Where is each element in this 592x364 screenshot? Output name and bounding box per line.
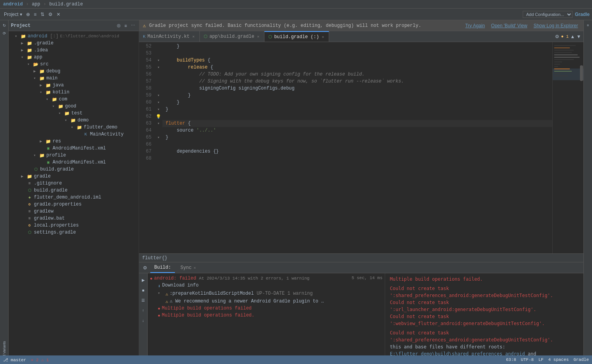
sidebar-title: Project bbox=[11, 23, 30, 28]
tab-build-gradle[interactable]: ⬡ build.gradle (:) ✕ bbox=[264, 31, 329, 42]
build-item-android-failed[interactable]: ● android: failed At 2024/3/13 14:35 wit… bbox=[148, 275, 385, 282]
tree-item-com[interactable]: ▾ 📁 com bbox=[9, 96, 139, 103]
toolbar-close-btn[interactable]: ✕ bbox=[55, 11, 62, 18]
tree-item-gradle-props[interactable]: ⚙ gradle.properties bbox=[9, 201, 139, 208]
tree-item-java[interactable]: ▶ 📁 java bbox=[9, 82, 139, 89]
buildgradle-app-label: build.gradle bbox=[40, 167, 74, 172]
error-count-badge: ● 1 bbox=[561, 34, 569, 39]
tree-item-flutter-demo[interactable]: ▾ 📁 flutter_demo bbox=[9, 124, 139, 131]
tree-item-gradlew[interactable]: ≡ gradlew bbox=[9, 208, 139, 215]
toolbar-locate-btn[interactable]: ⊕ bbox=[25, 11, 32, 18]
bottom-run-btn[interactable]: ▶ bbox=[140, 276, 147, 283]
fold-55[interactable]: ▾ bbox=[157, 65, 160, 70]
gradle-props-icon: ⚙ bbox=[26, 201, 33, 207]
close-editor-btn[interactable]: ▼ bbox=[576, 34, 581, 39]
fold-61[interactable]: ▾ bbox=[157, 107, 160, 112]
sidebar-locate-btn[interactable]: ◎ bbox=[116, 23, 122, 28]
fold-65[interactable]: ▾ bbox=[157, 135, 160, 140]
tree-item-dotgradle[interactable]: ▶ 📁 .gradle bbox=[9, 40, 139, 47]
build-left-panel[interactable]: ● android: failed At 2024/3/13 14:35 wit… bbox=[148, 273, 385, 355]
code-line-54: buildTypes { bbox=[162, 57, 552, 64]
tree-item-local-props[interactable]: ⚙ local.properties bbox=[9, 222, 139, 229]
bottom-up-btn[interactable]: ↑ bbox=[140, 307, 147, 314]
tree-item-gradle[interactable]: ▶ 📁 gradle bbox=[9, 173, 139, 180]
tree-item-iml[interactable]: ◈ flutter_demo_android.iml bbox=[9, 194, 139, 201]
bottom-tab-sync[interactable]: Sync ✕ bbox=[176, 262, 200, 273]
tree-container[interactable]: ▾ 📁 android [:] E:\flutter_demo\android … bbox=[9, 31, 139, 355]
tab-mainactivity-close[interactable]: ✕ bbox=[192, 34, 196, 39]
tree-item-kotlin[interactable]: ▾ 📁 kotlin bbox=[9, 89, 139, 96]
config-dropdown[interactable]: Add Configuration... bbox=[523, 11, 573, 18]
sync-btn[interactable]: ⟳ bbox=[1, 30, 8, 37]
tree-item-demo[interactable]: ▾ 📁 demo bbox=[9, 117, 139, 124]
tab-build-gradle-close[interactable]: ✕ bbox=[321, 35, 325, 39]
toolbar-collapse-btn[interactable]: ≡ bbox=[32, 11, 38, 18]
tree-item-androidmanifest-main[interactable]: ▣ AndroidManifest.xml bbox=[9, 145, 139, 152]
code-line-65: } bbox=[162, 134, 552, 141]
bulb-62[interactable]: 💡 bbox=[156, 114, 161, 119]
right-tool-btn[interactable]: ≡ bbox=[585, 22, 592, 29]
iml-icon: ◈ bbox=[26, 194, 33, 200]
tree-item-mainactivity[interactable]: K MainActivity bbox=[9, 131, 139, 138]
tree-item-profile[interactable]: ▾ 📁 profile bbox=[9, 152, 139, 159]
gradle-props-label: gradle.properties bbox=[34, 202, 81, 207]
fold-60[interactable]: ▾ bbox=[157, 100, 160, 105]
tree-item-res[interactable]: ▶ 📁 res bbox=[9, 138, 139, 145]
status-indent: 4 spaces bbox=[548, 357, 569, 362]
build-item-multi-fail-1[interactable]: ● Multiple build operations failed bbox=[148, 305, 385, 312]
show-log-btn[interactable]: Show Log in Explorer bbox=[532, 23, 580, 28]
try-again-btn[interactable]: Try Again bbox=[464, 23, 486, 28]
com-folder-icon: 📁 bbox=[51, 96, 58, 102]
sidebar-collapse-all-btn[interactable]: ≡ bbox=[123, 23, 128, 28]
editor-settings-btn[interactable]: ⚙ bbox=[555, 34, 559, 39]
refresh-btn[interactable]: ↻ bbox=[1, 22, 8, 29]
gradle-btn[interactable]: Gradle bbox=[575, 12, 590, 17]
sidebar-dots-btn[interactable]: ⋯ bbox=[130, 23, 136, 28]
gitignore-label: .gitignore bbox=[34, 181, 62, 186]
build-path-link[interactable]: E:\flutter_demo\build\shared_preferences… bbox=[390, 351, 525, 355]
tree-item-src[interactable]: ▾ 📂 src bbox=[9, 61, 139, 68]
tree-item-settings-gradle[interactable]: ⬡ settings.gradle bbox=[9, 229, 139, 236]
fold-59[interactable]: ▾ bbox=[157, 93, 160, 98]
tree-item-buildgradle-app[interactable]: ⬡ build.gradle bbox=[9, 166, 139, 173]
fold-54[interactable]: ▾ bbox=[157, 58, 160, 63]
toolbar: Project ▾ ⊕ ≡ ⇅ ⚙ ✕ Add Configuration...… bbox=[0, 9, 592, 20]
tab-app-gradle-close[interactable]: ✕ bbox=[256, 34, 260, 39]
tree-item-buildgradle-root[interactable]: ⬡ build.gradle bbox=[9, 187, 139, 194]
tree-item-test[interactable]: ▾ 📁 test bbox=[9, 110, 139, 117]
bottom-stop-btn[interactable]: ■ bbox=[140, 287, 147, 294]
fold-63[interactable]: ▾ bbox=[157, 121, 160, 126]
tab-mainactivity[interactable]: K MainActivity.kt ✕ bbox=[139, 31, 200, 42]
tree-item-gitignore[interactable]: ≡ .gitignore bbox=[9, 180, 139, 187]
status-line-separator: LF bbox=[538, 357, 543, 362]
bottom-tab-build[interactable]: Build: bbox=[150, 262, 175, 273]
build-item-multi-fail-2[interactable]: ● Multiple build operations failed. bbox=[148, 312, 385, 319]
toolbar-left: Project ▾ ⊕ ≡ ⇅ ⚙ ✕ bbox=[2, 11, 62, 18]
toolbar-settings-btn[interactable]: ⚙ bbox=[47, 11, 54, 18]
expand-editor-btn[interactable]: ▲ bbox=[570, 34, 575, 39]
bottom-filter-btn[interactable]: ☰ bbox=[140, 297, 147, 304]
tree-item-debug[interactable]: ▶ 📁 debug bbox=[9, 68, 139, 75]
tree-item-android[interactable]: ▾ 📁 android [:] E:\flutter_demo\android bbox=[9, 33, 139, 40]
build-variants-btn[interactable]: Build Variants bbox=[1, 348, 8, 355]
sync-tab-close[interactable]: ✕ bbox=[194, 266, 196, 270]
tree-item-app[interactable]: ▾ 📁 app bbox=[9, 54, 139, 61]
tree-item-main[interactable]: ▾ 📁 main bbox=[9, 75, 139, 82]
bottom-tabs: ⚙ Build: Sync ✕ bbox=[139, 262, 583, 273]
build-item-compile-sdk-warn[interactable]: ⚠ ⚠ We recommend using a newer Android G… bbox=[148, 297, 385, 305]
build-item-download[interactable]: ⬇ Download info bbox=[148, 282, 385, 290]
tree-item-idea[interactable]: ▶ 📁 .idea bbox=[9, 47, 139, 54]
code-line-56: // TODO: Add your own signing config for… bbox=[162, 71, 552, 78]
bottom-down-btn[interactable]: ↓ bbox=[140, 317, 147, 324]
open-build-view-btn[interactable]: Open 'Build' View bbox=[490, 23, 529, 28]
build-item-kotlin-model[interactable]: ▾ ⚠ :prepareKotlinBuildScriptModel UP-TO… bbox=[148, 290, 385, 297]
toolbar-expand-btn[interactable]: ⇅ bbox=[39, 11, 46, 18]
project-dropdown-btn[interactable]: Project ▾ bbox=[2, 11, 24, 18]
tree-item-gradlew-bat[interactable]: ≡ gradlew.bat bbox=[9, 215, 139, 222]
kotlin-model-text: :prepareKotlinBuildScriptModel UP-TO-DAT… bbox=[170, 291, 313, 296]
tab-app-build-gradle[interactable]: ⬡ app\build.gradle ✕ bbox=[200, 31, 264, 42]
tree-item-androidmanifest-profile[interactable]: ▣ AndroidManifest.xml bbox=[9, 159, 139, 166]
tree-item-good[interactable]: ▾ 📁 good bbox=[9, 103, 139, 110]
code-content[interactable]: } buildTypes { release { // TODO: Add yo… bbox=[162, 42, 552, 253]
bottom-tab-settings-btn[interactable]: ⚙ bbox=[141, 265, 149, 271]
